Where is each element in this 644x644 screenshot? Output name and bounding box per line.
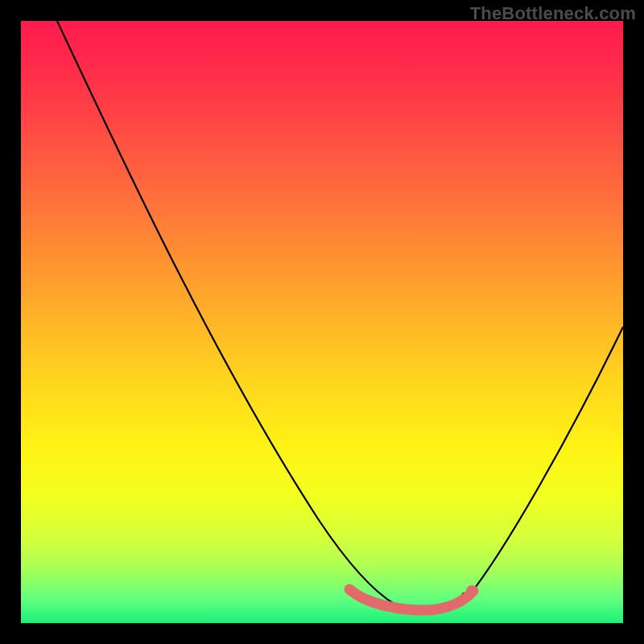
right-curve xyxy=(468,327,623,597)
chart-frame: TheBottleneck.com xyxy=(0,0,644,644)
plot-area xyxy=(21,21,623,623)
left-curve xyxy=(57,21,395,605)
pink-end-dot xyxy=(466,585,477,597)
bottom-pink-curve xyxy=(349,589,473,610)
curve-layer xyxy=(21,21,623,623)
watermark-text: TheBottleneck.com xyxy=(470,3,636,24)
